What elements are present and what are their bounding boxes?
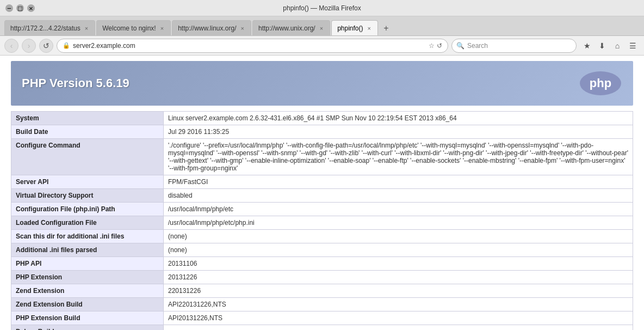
row-value: /usr/local/lnmp/php/etc [164, 203, 633, 216]
address-bar[interactable]: 🔒 server2.example.com ☆ ↺ [57, 39, 448, 53]
lock-icon: 🔒 [63, 42, 70, 49]
row-label: Build Date [11, 125, 164, 139]
table-row: Scan this dir for additional .ini files(… [11, 230, 633, 243]
row-value: disabled [164, 189, 633, 203]
row-value: API220131226,NTS [164, 298, 633, 311]
row-label: Configuration File (php.ini) Path [11, 203, 164, 216]
row-value: no [164, 325, 633, 331]
address-url: server2.example.com [73, 42, 429, 50]
table-row: Configuration File (php.ini) Path/usr/lo… [11, 203, 633, 216]
close-button[interactable]: × [27, 4, 35, 12]
row-label: Zend Extension Build [11, 298, 164, 311]
row-value: './configure' '--prefix=/usr/local/lnmp/… [164, 139, 633, 175]
row-label: PHP Extension Build [11, 311, 164, 325]
navbar: ‹ › ↺ 🔒 server2.example.com ☆ ↺ 🔍 Search… [0, 36, 644, 56]
table-row: Additional .ini files parsed(none) [11, 243, 633, 257]
window-title: phpinfo() — Mozilla Firefox [38, 4, 606, 12]
tab-status[interactable]: http://172.2...4.22/status × [4, 20, 95, 35]
row-value: 20131226 [164, 271, 633, 284]
page-content: PHP Version 5.6.19 php SystemLinux serve… [0, 56, 644, 330]
menu-button[interactable]: ☰ [626, 39, 640, 53]
row-label: PHP Extension [11, 271, 164, 284]
table-row: Debug Buildno [11, 325, 633, 331]
row-label: Additional .ini files parsed [11, 243, 164, 257]
row-value: 220131226 [164, 284, 633, 298]
tab-label: phpinfo() [337, 25, 363, 32]
favorites-button[interactable]: ★ [580, 39, 594, 53]
reload-button[interactable]: ↺ [39, 39, 53, 53]
table-row: Loaded Configuration File/usr/local/lnmp… [11, 216, 633, 230]
tab-label: http://www.linux.org/ [178, 25, 236, 32]
table-row: PHP Extension20131226 [11, 271, 633, 284]
row-value: Linux server2.example.com 2.6.32-431.el6… [164, 112, 633, 125]
tab-phpinfo[interactable]: phpinfo() × [331, 20, 378, 35]
row-label: System [11, 112, 164, 125]
row-label: Scan this dir for additional .ini files [11, 230, 164, 243]
table-row: Configure Command'./configure' '--prefix… [11, 139, 633, 175]
search-icon: 🔍 [456, 42, 465, 50]
tab-close-icon[interactable]: × [84, 25, 89, 32]
search-bar[interactable]: 🔍 Search [451, 39, 577, 53]
tab-label: http://172.2...4.22/status [10, 25, 81, 32]
row-label: Debug Build [11, 325, 164, 331]
tab-unix[interactable]: http://www.unix.org/ × [252, 20, 330, 35]
table-row: Zend Extension BuildAPI220131226,NTS [11, 298, 633, 311]
maximize-button[interactable]: □ [16, 4, 24, 12]
tab-close-icon[interactable]: × [240, 25, 245, 32]
table-row: PHP Extension BuildAPI20131226,NTS [11, 311, 633, 325]
row-label: Zend Extension [11, 284, 164, 298]
row-value: FPM/FastCGI [164, 175, 633, 189]
row-label: Virtual Directory Support [11, 189, 164, 203]
phpinfo-table: SystemLinux server2.example.com 2.6.32-4… [11, 111, 633, 330]
tab-label: http://www.unix.org/ [258, 25, 315, 32]
tab-bar: http://172.2...4.22/status × Welcome to … [0, 16, 644, 36]
phpinfo-header: PHP Version 5.6.19 php [11, 61, 633, 106]
new-tab-button[interactable]: + [379, 21, 393, 35]
table-row: Virtual Directory Supportdisabled [11, 189, 633, 203]
table-row: Zend Extension220131226 [11, 284, 633, 298]
titlebar: − □ × phpinfo() — Mozilla Firefox [0, 0, 644, 16]
php-version: PHP Version 5.6.19 [22, 76, 129, 90]
refresh-icon[interactable]: ↺ [437, 42, 442, 50]
table-row: SystemLinux server2.example.com 2.6.32-4… [11, 112, 633, 125]
row-value: (none) [164, 243, 633, 257]
forward-button[interactable]: › [22, 39, 36, 53]
row-label: Configure Command [11, 139, 164, 175]
row-value: Jul 29 2016 11:35:25 [164, 125, 633, 139]
row-label: PHP API [11, 257, 164, 271]
bookmark-star-icon[interactable]: ☆ [429, 42, 435, 50]
minimize-button[interactable]: − [5, 4, 13, 12]
tab-linux[interactable]: http://www.linux.org/ × [172, 20, 251, 35]
row-value: 20131106 [164, 257, 633, 271]
tab-label: Welcome to nginx! [102, 25, 156, 32]
tab-close-icon[interactable]: × [319, 25, 324, 32]
table-row: Server APIFPM/FastCGI [11, 175, 633, 189]
back-button[interactable]: ‹ [4, 39, 18, 53]
tab-nginx[interactable]: Welcome to nginx! × [96, 20, 171, 35]
tab-close-icon[interactable]: × [159, 25, 165, 32]
svg-text:php: php [590, 76, 611, 90]
tab-close-icon[interactable]: × [367, 25, 372, 32]
row-value: API20131226,NTS [164, 311, 633, 325]
table-row: PHP API20131106 [11, 257, 633, 271]
row-value: /usr/local/lnmp/php/etc/php.ini [164, 216, 633, 230]
row-value: (none) [164, 230, 633, 243]
row-label: Server API [11, 175, 164, 189]
search-placeholder: Search [467, 42, 488, 50]
home-button[interactable]: ⌂ [610, 39, 624, 53]
php-logo: php [579, 70, 622, 97]
row-label: Loaded Configuration File [11, 216, 164, 230]
table-row: Build DateJul 29 2016 11:35:25 [11, 125, 633, 139]
download-button[interactable]: ⬇ [595, 39, 609, 53]
